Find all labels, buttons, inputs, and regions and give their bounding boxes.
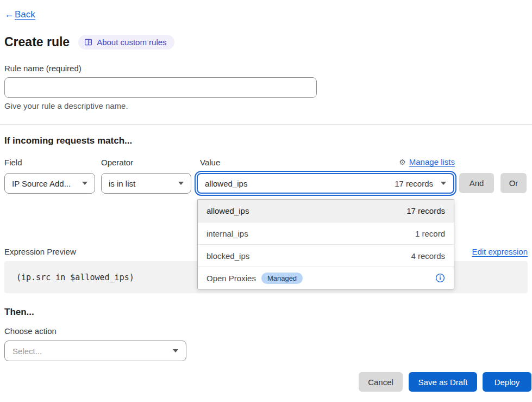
operator-label: Operator [101, 158, 133, 167]
page-title: Create rule [4, 35, 70, 50]
chevron-down-icon [173, 349, 178, 352]
rule-name-helper: Give your rule a descriptive name. [4, 101, 128, 110]
action-select-placeholder: Select... [12, 347, 42, 356]
value-label: Value [200, 158, 220, 167]
option-records: 1 record [415, 229, 445, 238]
option-name: blocked_ips [206, 251, 249, 261]
value-select-name: allowed_ips [205, 179, 247, 188]
value-select[interactable]: allowed_ips 17 records [197, 173, 454, 194]
action-select[interactable]: Select... [4, 341, 186, 361]
edit-expression-link[interactable]: Edit expression [472, 247, 528, 256]
chevron-down-icon [441, 182, 446, 185]
expression-code: (ip.src in $allowed_ips) [16, 273, 134, 282]
manage-lists-label: Manage lists [409, 157, 455, 166]
operator-select[interactable]: is in list [101, 173, 191, 194]
expression-preview-label: Expression Preview [4, 247, 76, 256]
deploy-button[interactable]: Deploy [483, 372, 531, 392]
about-custom-rules-link[interactable]: About custom rules [78, 35, 174, 50]
choose-action-label: Choose action [4, 326, 57, 336]
back-label: Back [15, 9, 35, 20]
list-option-internal-ips[interactable]: internal_ips 1 record [198, 222, 454, 244]
chevron-down-icon [82, 182, 87, 185]
title-row: Create rule About custom rules [4, 35, 174, 50]
create-rule-page: ← Back Create rule About custom rules Ru… [0, 0, 532, 402]
gear-icon: ⚙ [399, 158, 406, 166]
list-option-allowed-ips[interactable]: allowed_ips 17 records [198, 200, 454, 222]
list-dropdown-panel: allowed_ips 17 records internal_ips 1 re… [197, 199, 454, 289]
cancel-button[interactable]: Cancel [359, 372, 403, 392]
save-as-draft-button[interactable]: Save as Draft [409, 372, 477, 392]
and-button[interactable]: And [459, 173, 494, 193]
value-select-records: 17 records [395, 179, 433, 188]
back-link[interactable]: ← Back [4, 9, 35, 20]
manage-lists-link[interactable]: ⚙ Manage lists [399, 157, 455, 166]
list-option-blocked-ips[interactable]: blocked_ips 4 records [198, 244, 454, 267]
match-section-heading: If incoming requests match... [4, 135, 132, 146]
about-custom-rules-label: About custom rules [97, 38, 166, 47]
list-option-open-proxies[interactable]: Open Proxies Managed [198, 267, 454, 289]
rule-name-label: Rule name (required) [4, 64, 82, 73]
or-button[interactable]: Or [500, 173, 527, 193]
back-arrow-icon: ← [4, 9, 14, 20]
operator-select-value: is in list [109, 179, 135, 188]
section-divider [0, 125, 532, 125]
book-icon [84, 38, 92, 46]
option-name: Open Proxies [206, 274, 256, 283]
option-name: allowed_ips [206, 206, 249, 215]
rule-name-input[interactable] [4, 77, 317, 98]
chevron-down-icon [178, 182, 184, 185]
field-select-value: IP Source Add... [12, 179, 71, 188]
option-name: internal_ips [206, 229, 248, 238]
field-label: Field [4, 158, 22, 167]
managed-badge: Managed [261, 273, 303, 284]
option-records: 17 records [406, 206, 445, 215]
info-icon[interactable] [435, 273, 445, 283]
then-section-heading: Then... [4, 307, 34, 318]
option-records: 4 records [411, 251, 445, 261]
field-select[interactable]: IP Source Add... [4, 173, 95, 194]
